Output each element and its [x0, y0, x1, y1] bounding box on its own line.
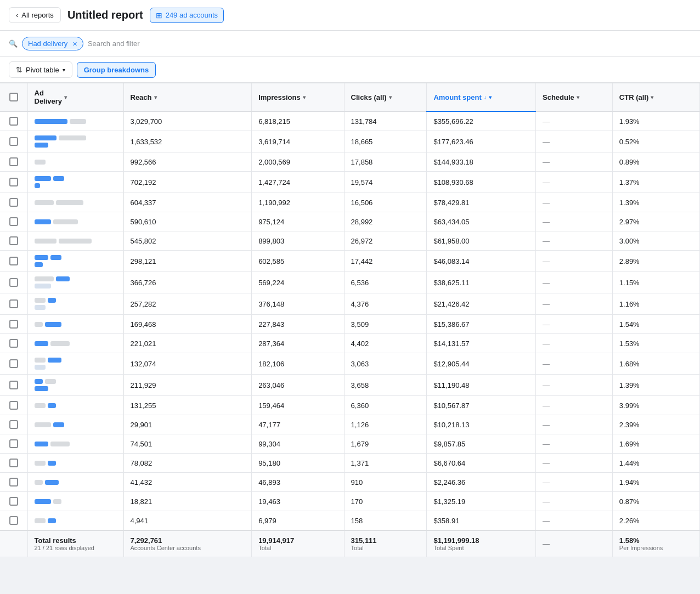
row-checkbox-cell: [0, 454, 27, 473]
group-breakdowns-button[interactable]: Group breakdowns: [77, 62, 156, 78]
close-icon[interactable]: ✕: [72, 41, 77, 47]
row-checkbox-cell: [0, 334, 27, 353]
group-breakdowns-label: Group breakdowns: [84, 66, 149, 74]
clicks-cell: 4,376: [344, 293, 427, 315]
rows-displayed: 21 / 21 rows displayed: [35, 545, 117, 551]
row-checkbox[interactable]: [9, 439, 18, 448]
ctr-cell: 2.39%: [612, 415, 699, 434]
schedule-cell: —: [536, 396, 613, 415]
col-clicks-label: Clicks (all): [351, 93, 387, 101]
row-checkbox[interactable]: [9, 137, 18, 146]
row-checkbox-cell: [0, 131, 27, 152]
reach-cell: 590,610: [123, 212, 252, 231]
row-checkbox[interactable]: [9, 420, 18, 429]
schedule-cell: —: [536, 172, 613, 193]
filter-bar: 🔍 Had delivery ✕ Search and filter: [0, 31, 700, 57]
table-row: 257,282376,1484,376$21,426.42—1.16%: [0, 293, 700, 315]
select-all-checkbox[interactable]: [9, 93, 18, 101]
schedule-cell: —: [536, 193, 613, 212]
ad-delivery-cell: [27, 152, 123, 172]
impressions-cell: 1,427,724: [252, 172, 344, 193]
schedule-cell: —: [536, 492, 613, 511]
row-checkbox[interactable]: [9, 157, 18, 166]
clicks-sublabel: Total: [351, 545, 420, 551]
ad-delivery-cell: [27, 315, 123, 334]
table-row: 29,90147,1771,126$10,218.13—2.39%: [0, 415, 700, 434]
amount-cell: $61,958.00: [427, 231, 536, 251]
filter-chip-had-delivery[interactable]: Had delivery ✕: [22, 37, 83, 50]
row-checkbox[interactable]: [9, 359, 18, 368]
chevron-down-icon: ▾: [63, 67, 65, 73]
row-checkbox-cell: [0, 492, 27, 511]
col-ctr-sort-icon[interactable]: ▾: [651, 94, 653, 100]
col-ad-delivery-sort-icon[interactable]: ▾: [64, 94, 67, 100]
reach-total: 7,292,761: [131, 536, 245, 545]
report-title: Untitled report: [67, 9, 143, 21]
table-row: 366,726569,2246,536$38,625.11—1.15%: [0, 272, 700, 293]
row-checkbox[interactable]: [9, 117, 18, 126]
impressions-total: 19,914,917: [258, 536, 337, 545]
clicks-cell: 28,992: [344, 212, 427, 231]
clicks-cell: 6,536: [344, 272, 427, 293]
impressions-cell: 569,224: [252, 272, 344, 293]
col-amount-spent: Amount spent ↓ ▾: [427, 83, 536, 111]
col-reach-sort-icon[interactable]: ▾: [154, 94, 157, 100]
ctr-total: 1.58%: [619, 536, 693, 545]
row-checkbox[interactable]: [9, 497, 18, 506]
amount-cell: $14,131.57: [427, 334, 536, 353]
clicks-cell: 1,679: [344, 434, 427, 454]
ctr-cell: 1.54%: [612, 315, 699, 334]
schedule-cell: —: [536, 111, 613, 131]
schedule-cell: —: [536, 334, 613, 353]
impressions-cell: 227,843: [252, 315, 344, 334]
clicks-cell: 131,784: [344, 111, 427, 131]
row-checkbox[interactable]: [9, 299, 18, 308]
col-schedule-sort-icon[interactable]: ▾: [577, 94, 579, 100]
row-checkbox[interactable]: [9, 459, 18, 467]
clicks-cell: 158: [344, 511, 427, 531]
back-button[interactable]: ‹ All reports: [9, 7, 61, 23]
amount-cell: $9,857.85: [427, 434, 536, 454]
pivot-table-button[interactable]: ⇅ Pivot table ▾: [9, 61, 72, 78]
schedule-cell: —: [536, 272, 613, 293]
search-placeholder[interactable]: Search and filter: [88, 39, 140, 48]
amount-cell: $355,696.22: [427, 111, 536, 131]
row-checkbox[interactable]: [9, 516, 18, 525]
amount-sublabel: Total Spent: [433, 545, 529, 551]
clicks-cell: 6,360: [344, 396, 427, 415]
row-checkbox[interactable]: [9, 278, 18, 287]
amount-cell: $15,386.67: [427, 315, 536, 334]
row-checkbox[interactable]: [9, 217, 18, 226]
table-row: 131,255159,4646,360$10,567.87—3.99%: [0, 396, 700, 415]
row-checkbox[interactable]: [9, 478, 18, 486]
reach-cell: 78,082: [123, 454, 252, 473]
row-checkbox[interactable]: [9, 257, 18, 265]
row-checkbox[interactable]: [9, 198, 18, 207]
search-icon: 🔍: [9, 39, 18, 48]
row-checkbox[interactable]: [9, 178, 18, 186]
totals-checkbox-cell: [0, 530, 27, 557]
ad-delivery-cell: [27, 492, 123, 511]
row-checkbox[interactable]: [9, 381, 18, 389]
reach-cell: 221,021: [123, 334, 252, 353]
col-amount-sort-arrow[interactable]: ↓: [484, 94, 487, 100]
amount-cell: $6,670.64: [427, 454, 536, 473]
col-amount-chevron[interactable]: ▾: [489, 94, 492, 100]
row-checkbox[interactable]: [9, 320, 18, 329]
impressions-cell: 376,148: [252, 293, 344, 315]
row-checkbox[interactable]: [9, 236, 18, 245]
row-checkbox-cell: [0, 152, 27, 172]
totals-schedule: —: [536, 530, 613, 557]
reach-cell: 702,192: [123, 172, 252, 193]
ad-delivery-cell: [27, 353, 123, 375]
reach-cell: 29,901: [123, 415, 252, 434]
col-ad-delivery: AdDelivery ▾: [27, 83, 123, 111]
col-clicks-sort-icon[interactable]: ▾: [389, 94, 392, 100]
schedule-cell: —: [536, 375, 613, 396]
schedule-cell: —: [536, 251, 613, 272]
col-impressions-sort-icon[interactable]: ▾: [303, 94, 306, 100]
ctr-cell: 3.00%: [612, 231, 699, 251]
row-checkbox[interactable]: [9, 401, 18, 410]
row-checkbox[interactable]: [9, 339, 18, 348]
ad-accounts-badge[interactable]: ⊞ 249 ad accounts: [150, 8, 224, 23]
